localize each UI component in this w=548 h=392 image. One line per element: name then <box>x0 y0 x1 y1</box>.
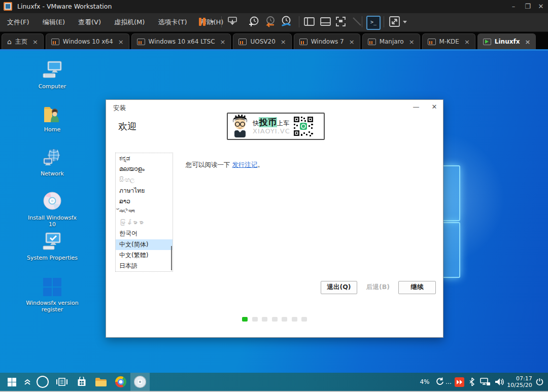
vm-paused-icon <box>368 39 376 45</box>
show-thumbnail-bar-icon[interactable] <box>320 16 332 28</box>
power-tray-icon[interactable] <box>533 373 546 391</box>
tab-close-icon[interactable]: × <box>349 38 355 46</box>
maximize-button[interactable]: ❐ <box>522 2 534 11</box>
tab-Manjaro[interactable]: Manjaro× <box>362 33 420 49</box>
language-list[interactable]: ಕನ್ನಡമലയാളംසිංහලภาษาไทยລາວབོད་ཡིགမြန်မာစ… <box>115 153 173 272</box>
sync-tray-icon[interactable] <box>434 373 446 391</box>
console-view-icon[interactable]: >_ <box>366 16 381 30</box>
next-button[interactable]: 继续 <box>398 281 436 294</box>
start-button[interactable] <box>3 373 20 391</box>
task-view-button[interactable] <box>53 373 71 391</box>
dialog-close-button[interactable]: ✕ <box>428 102 441 112</box>
quit-button[interactable]: 退出(Q) <box>321 281 357 294</box>
file-explorer-button[interactable] <box>91 373 111 391</box>
chrome-button[interactable] <box>111 373 130 391</box>
send-to-device-icon[interactable] <box>227 16 238 27</box>
tab-close-icon[interactable]: × <box>220 38 226 46</box>
dialog-title: 安装 <box>113 104 126 113</box>
language-option[interactable]: ລາວ <box>116 196 173 207</box>
desktop-icon-label: Computer <box>24 83 80 90</box>
progress-steps <box>242 317 307 322</box>
microsoft-store-button[interactable] <box>72 373 91 391</box>
tab-label: M-KDE <box>439 38 459 45</box>
menu-item-1[interactable]: 编辑(E) <box>43 18 65 27</box>
close-button[interactable]: ✕ <box>535 2 547 11</box>
tab-Windows 7[interactable]: Windows 7× <box>294 33 360 49</box>
tab-主页[interactable]: ⌂主页× <box>2 33 44 49</box>
tab-close-icon[interactable]: × <box>464 38 470 46</box>
desktop-icon-network[interactable]: Network <box>24 148 80 177</box>
tab-close-icon[interactable]: × <box>525 38 530 46</box>
volume-tray-icon[interactable] <box>492 373 506 391</box>
vm-running-icon <box>483 39 491 45</box>
tab-close-icon[interactable]: × <box>281 38 286 46</box>
take-snapshot-icon[interactable] <box>248 16 260 28</box>
language-option[interactable]: മലയാളം <box>116 164 173 174</box>
menu-item-3[interactable]: 虚拟机(M) <box>114 18 145 27</box>
installer-app-button[interactable] <box>130 373 150 391</box>
language-option[interactable]: ภาษาไทย <box>116 186 173 196</box>
language-option[interactable]: 中文(简体) <box>116 239 173 250</box>
tab-label: UOSV20 <box>250 38 275 45</box>
desktop-icon-computer[interactable]: Computer <box>24 61 80 90</box>
desktop-icon-system-properties[interactable]: System Properties <box>24 232 80 261</box>
qr-center-logo <box>300 123 307 130</box>
dialog-minimize-button[interactable]: — <box>409 102 423 112</box>
tab-UOSV20[interactable]: UOSV20× <box>233 33 291 49</box>
manage-snapshots-icon[interactable] <box>280 16 292 28</box>
tab-close-icon[interactable]: × <box>409 38 415 46</box>
desktop-icon-label: System Properties <box>24 255 80 261</box>
language-option[interactable]: 한국어 <box>116 228 173 239</box>
tab-Windows 10 x64 LTSC[interactable]: Windows 10 x64 LTSC× <box>131 33 231 49</box>
vm-paused-icon <box>137 39 145 45</box>
clock[interactable]: 07:1710/25/20 <box>507 373 532 391</box>
vmware-workstation-window: Linuxfx - VMware Workstation – ❐ ✕ 文件(F)… <box>0 0 548 392</box>
tab-M-KDE[interactable]: M-KDE× <box>422 33 475 49</box>
tab-close-icon[interactable]: × <box>118 38 124 46</box>
desktop-icon-cd[interactable]: Install Windowsfx 10 <box>24 191 80 228</box>
network-tray-icon[interactable] <box>478 373 492 391</box>
scrollbar-thumb[interactable] <box>171 246 172 270</box>
menu-item-4[interactable]: 选项卡(T) <box>158 18 187 27</box>
language-option[interactable]: བོད་ཡིག <box>116 207 173 218</box>
fullscreen-icon[interactable] <box>335 16 347 28</box>
tab-label: Windows 10 x64 <box>63 38 113 45</box>
show-hidden-icons-chevron[interactable] <box>21 373 33 391</box>
tab-Windows 10 x64[interactable]: Windows 10 x64× <box>46 33 129 49</box>
desktop-icon-home-folder[interactable]: Home <box>24 105 80 133</box>
ad-banner: 快投币上车 XIAOYI.VC <box>227 113 325 140</box>
bluetooth-tray-icon[interactable] <box>466 373 477 391</box>
progress-step-6 <box>292 317 297 322</box>
revert-snapshot-icon[interactable] <box>264 16 276 28</box>
fit-guest-icon[interactable] <box>389 16 401 28</box>
red-app-tray-icon[interactable] <box>453 373 465 391</box>
tab-Linuxfx[interactable]: Linuxfx× <box>477 33 536 49</box>
minimize-button[interactable]: – <box>507 2 520 11</box>
tab-label: Windows 7 <box>311 38 344 45</box>
taskbar: 4% … 07:1710/25/20 <box>0 373 548 391</box>
language-option[interactable]: සිංහල <box>116 174 173 185</box>
release-notes-link[interactable]: 发行注记 <box>232 161 257 168</box>
release-notes-text: 您可以阅读一下 发行注记。 <box>186 161 264 169</box>
tab-close-icon[interactable]: × <box>32 38 38 46</box>
desktop-icon-label: Windowsfx version register <box>24 300 80 313</box>
tray-ellipsis[interactable]: … <box>444 373 453 391</box>
fit-dropdown-icon[interactable] <box>403 21 407 23</box>
battery-percent[interactable]: 4% <box>417 373 432 391</box>
menu-item-0[interactable]: 文件(F) <box>7 18 29 27</box>
language-option[interactable]: ಕನ್ನಡ <box>116 153 173 164</box>
desktop-icon-label: Network <box>24 170 80 177</box>
pause-vm-button[interactable] <box>199 18 206 26</box>
language-option[interactable]: 中文(繁體) <box>116 250 173 261</box>
banner-highlight: 投币 <box>259 117 277 127</box>
show-library-icon[interactable] <box>303 16 316 28</box>
cortana-button[interactable] <box>33 373 52 391</box>
pause-dropdown-icon[interactable] <box>210 21 214 23</box>
desktop-icon-windows-logo[interactable]: Windowsfx version register <box>24 277 80 313</box>
cd-icon <box>42 191 62 211</box>
vm-paused-icon <box>51 39 59 45</box>
menu-item-2[interactable]: 查看(V) <box>78 18 101 27</box>
wallpaper-window-pane <box>441 222 460 278</box>
language-option[interactable]: 日本語 <box>116 261 173 271</box>
language-option[interactable]: မြန်မာစာ <box>116 218 173 228</box>
